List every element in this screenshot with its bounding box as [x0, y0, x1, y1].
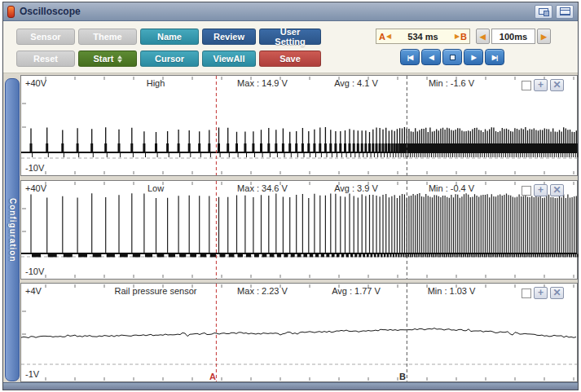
stop-button[interactable]	[442, 49, 462, 65]
capture-window-icon	[539, 8, 548, 15]
skip-to-start-button[interactable]: |◀	[400, 49, 420, 65]
oscilloscope-window: Oscilloscope Sensor Theme Name Review Us…	[2, 2, 579, 390]
sensor-button[interactable]: Sensor	[16, 29, 75, 45]
close-channel-button[interactable]: ✕	[550, 79, 564, 91]
time-controls: A ◀ 534 ms ▶ B ◀ 100ms ▶ |◀ ◀ ▶ ▶|	[376, 29, 558, 65]
channel-checkbox[interactable]	[522, 186, 531, 196]
start-button[interactable]: Start	[78, 51, 137, 67]
scale-top-label: +4V	[25, 286, 42, 296]
channel-name: High	[147, 78, 165, 88]
scale-top-label: +40V	[25, 183, 46, 193]
user-setting-button[interactable]: User Setting	[259, 29, 321, 45]
step-back-button[interactable]: ◀	[421, 49, 441, 65]
channel-checkbox[interactable]	[522, 288, 531, 298]
zoom-plus-button[interactable]: +	[534, 184, 548, 196]
window-shade-button[interactable]	[556, 5, 574, 19]
channel-rail-pressure: +4V Rail pressure sensor Max : 2.23 V Av…	[20, 283, 578, 382]
skip-to-end-icon: ▶|	[492, 54, 497, 61]
stat-min: Min : -0.4 V	[429, 183, 474, 193]
timebase-decrease-button[interactable]: ◀	[476, 29, 490, 44]
timebase-value[interactable]: 100ms	[491, 29, 535, 44]
scale-bottom-label: -1V	[25, 369, 39, 379]
spinner-icon	[117, 55, 122, 63]
channel-low-waveform[interactable]	[21, 181, 577, 279]
scale-top-label: +40V	[25, 78, 46, 88]
scale-bottom-label: -10V	[25, 163, 44, 173]
app-icon	[7, 6, 15, 18]
channel-controls: + ✕	[522, 287, 564, 299]
stop-icon	[450, 55, 456, 60]
step-forward-icon: ▶	[471, 54, 475, 61]
window-title: Oscilloscope	[20, 6, 531, 17]
cursor-b-label: B	[460, 32, 467, 42]
cursor-a-marker[interactable]: A	[209, 372, 216, 381]
toolbar: Sensor Theme Name Review User Setting Re…	[3, 21, 578, 73]
ab-cursor-time-box[interactable]: A ◀ 534 ms ▶ B	[376, 29, 470, 44]
stat-avg: Avg : 4.1 V	[334, 78, 378, 88]
zoom-plus-button[interactable]: +	[534, 287, 548, 299]
channel-high-waveform[interactable]	[21, 76, 577, 175]
channel-name: Low	[147, 183, 164, 193]
side-strip: Configuration	[3, 75, 20, 382]
bottom-strip	[3, 382, 578, 390]
theme-button[interactable]: Theme	[78, 29, 137, 45]
zoom-plus-button[interactable]: +	[534, 79, 548, 91]
channel-rail-pressure-waveform[interactable]	[21, 284, 577, 381]
stat-max: Max : 34.6 V	[237, 183, 288, 193]
stat-avg: Avg : 3.9 V	[334, 183, 378, 193]
channel-controls: + ✕	[522, 79, 564, 91]
channel-checkbox[interactable]	[522, 81, 531, 90]
cursor-button[interactable]: Cursor	[140, 51, 199, 67]
titlebar[interactable]: Oscilloscope	[3, 2, 578, 21]
cursor-b-marker[interactable]: B	[399, 372, 406, 381]
step-back-icon: ◀	[429, 54, 433, 61]
playback-controls: |◀ ◀ ▶ ▶|	[400, 49, 558, 65]
channel-low: +40V Low Max : 34.6 V Avg : 3.9 V Min : …	[20, 180, 578, 280]
channel-high: +40V High Max : 14.9 V Avg : 4.1 V Min :…	[20, 75, 578, 176]
capture-window-button[interactable]	[535, 5, 552, 19]
cursor-time-row: A ◀ 534 ms ▶ B ◀ 100ms ▶	[376, 29, 558, 44]
save-button[interactable]: Save	[259, 51, 321, 67]
channel-controls: + ✕	[522, 184, 564, 196]
channel-stack: +40V High Max : 14.9 V Avg : 4.1 V Min :…	[20, 75, 578, 382]
viewall-button[interactable]: ViewAll	[202, 51, 256, 67]
cursor-a-label: A	[379, 32, 385, 42]
name-button[interactable]: Name	[140, 29, 199, 45]
step-forward-button[interactable]: ▶	[464, 49, 483, 65]
left-arrow-icon: ◀	[480, 33, 486, 41]
plot-area: Configuration +40V High Max : 14.9 V Avg…	[3, 73, 578, 382]
skip-to-end-button[interactable]: ▶|	[485, 49, 504, 65]
stat-avg: Avg : 1.77 V	[332, 286, 381, 296]
close-channel-button[interactable]: ✕	[550, 184, 564, 196]
ab-time-value: 534 ms	[392, 32, 454, 42]
stat-min: Min : -1.6 V	[429, 78, 474, 88]
close-channel-button[interactable]: ✕	[550, 287, 564, 299]
scale-bottom-label: -10V	[25, 266, 44, 276]
right-arrow-icon: ▶	[541, 33, 547, 41]
stat-max: Max : 2.23 V	[237, 286, 288, 296]
review-button[interactable]: Review	[202, 29, 256, 45]
cursor-a-arrow-icon: ◀	[386, 33, 391, 40]
stat-max: Max : 14.9 V	[237, 78, 288, 88]
cursor-b-arrow-icon: ▶	[455, 33, 460, 40]
reset-button[interactable]: Reset	[16, 51, 75, 67]
timebase-increase-button[interactable]: ▶	[537, 29, 551, 44]
configuration-tab[interactable]: Configuration	[5, 78, 20, 381]
skip-to-start-icon: |◀	[407, 54, 412, 61]
channel-name: Rail pressure sensor	[115, 286, 197, 296]
start-button-label: Start	[93, 54, 113, 64]
stat-min: Min : 1.03 V	[428, 286, 476, 296]
window-shade-icon	[560, 7, 570, 15]
